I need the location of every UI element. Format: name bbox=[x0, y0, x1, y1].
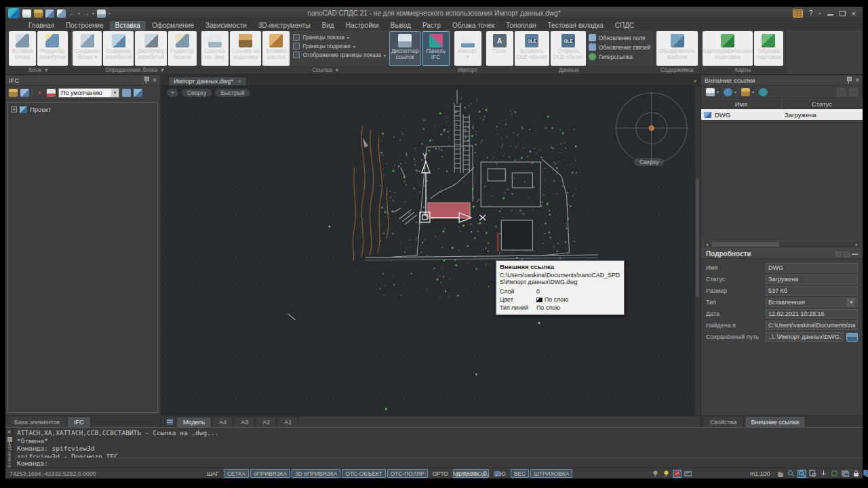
forward-dropdown-icon[interactable]: ▾ bbox=[92, 11, 94, 16]
group-dropdown-icon[interactable]: ▾ bbox=[161, 66, 163, 73]
ribbon-button-Редактор-атрибутов[interactable]: Редактор атрибутов bbox=[37, 31, 68, 66]
ribbon-button-Картографическая-подложка[interactable]: Картографическая подложка bbox=[703, 31, 753, 66]
ribbon-tab-Вывод[interactable]: Вывод bbox=[385, 21, 416, 30]
refresh-xref-icon[interactable] bbox=[724, 88, 732, 96]
compass-view-label[interactable]: Сверху bbox=[634, 158, 664, 166]
ribbon-tab-Построение[interactable]: Построение bbox=[60, 21, 109, 30]
fullscreen-icon[interactable] bbox=[863, 470, 868, 478]
status-toggle-ВЕС[interactable]: ВЕС bbox=[511, 469, 529, 478]
xref-highlight-rect[interactable] bbox=[428, 203, 470, 218]
status-toggle-ОТС-ПОЛЯР[interactable]: ОТС-ПОЛЯР bbox=[387, 469, 428, 478]
browse-folder-icon[interactable] bbox=[846, 333, 858, 342]
print-icon[interactable] bbox=[97, 9, 106, 18]
tab-list-icon[interactable]: ▾ bbox=[694, 79, 696, 84]
command-history[interactable]: ATTACH,XA,XATTACH,CCB,ССВСТАВИТЬ - Ссылк… bbox=[5, 428, 863, 458]
column-header-Имя[interactable]: Имя bbox=[701, 100, 782, 108]
download-view-icon[interactable] bbox=[819, 470, 828, 478]
expand-icon[interactable]: + bbox=[11, 106, 17, 113]
help-dropdown-icon[interactable]: ▾ bbox=[819, 11, 821, 16]
status-toggle-ШАГ[interactable]: ШАГ bbox=[203, 469, 222, 478]
xref-row[interactable]: DWGЗагружена bbox=[701, 109, 863, 120]
protractor-icon[interactable] bbox=[684, 470, 692, 478]
sheet-tab-А3[interactable]: А3 bbox=[234, 417, 255, 427]
link-update-field[interactable]: Обновление поля bbox=[589, 34, 650, 41]
sheet-tab-Модель[interactable]: Модель bbox=[176, 417, 212, 427]
panel-tab-IFC[interactable]: IFC bbox=[67, 416, 91, 427]
ribbon-button-Панель-IFC[interactable]: Панель IFC bbox=[422, 31, 450, 66]
ribbon-button-Вставить-OLE-объект[interactable]: OLEВставить OLE-объект bbox=[515, 31, 550, 66]
ribbon-tab-Вид[interactable]: Вид bbox=[317, 21, 340, 30]
pin-icon[interactable] bbox=[7, 437, 12, 441]
ribbon-tab-Растр[interactable]: Растр bbox=[417, 21, 446, 30]
minimize-button[interactable] bbox=[827, 14, 833, 16]
panel-tab-База элементов[interactable]: База элементов bbox=[7, 416, 66, 427]
close-icon[interactable]: × bbox=[153, 77, 157, 83]
sheet-tab-А2[interactable]: А2 bbox=[256, 417, 277, 427]
ribbon-button-Поле[interactable]: AПоле bbox=[486, 31, 513, 66]
ribbon-tab-Оформление[interactable]: Оформление bbox=[146, 21, 199, 30]
save-as-icon[interactable] bbox=[57, 9, 66, 18]
ribbon-button-Обозреватель-файлов[interactable]: Обозреватель файлов bbox=[656, 31, 698, 66]
status-toggle-СЕТКА[interactable]: СЕТКА bbox=[224, 469, 249, 478]
help-button[interactable]: ? bbox=[809, 9, 813, 17]
ribbon-tab-Настройки[interactable]: Настройки bbox=[340, 21, 384, 30]
scrollbar-thumb[interactable] bbox=[711, 242, 779, 247]
view-pill-Быстрый[interactable]: Быстрый bbox=[215, 89, 250, 97]
status-toggle-3D оПРИВЯЗКА[interactable]: 3D оПРИВЯЗКА bbox=[292, 469, 340, 478]
panel-tab-Свойства[interactable]: Свойства bbox=[703, 416, 744, 427]
close-icon[interactable]: × bbox=[855, 77, 859, 83]
snap-toggle-icon[interactable] bbox=[673, 470, 682, 478]
customize-toolbar-icon[interactable]: ▾ bbox=[108, 11, 111, 16]
back-dropdown-icon[interactable]: ▾ bbox=[78, 11, 80, 16]
details-header[interactable]: Подробности bbox=[701, 249, 863, 259]
restore-button[interactable] bbox=[840, 11, 846, 16]
check-clip-bounds[interactable]: Границы подрезки▾ bbox=[293, 43, 385, 49]
layers-icon[interactable] bbox=[841, 470, 850, 478]
forward-icon[interactable]: → bbox=[83, 10, 90, 17]
status-toggle-ОТС-ОБЪЕКТ[interactable]: ОТС-ОБЪЕКТ bbox=[342, 469, 385, 478]
combo-dropdown-icon[interactable]: ▼ bbox=[111, 89, 119, 97]
model-space-button[interactable]: МОДЕЛЬ bbox=[453, 470, 479, 477]
drawing-canvas[interactable]: Y +СверхуБыстрый bbox=[161, 86, 694, 415]
xref-horizontal-scrollbar[interactable]: ◄ ► bbox=[703, 241, 861, 248]
storey-combobox[interactable]: По умолчанию ▼ bbox=[58, 88, 119, 98]
ifc-tree[interactable]: + Проект bbox=[7, 102, 158, 413]
show-all-icon[interactable] bbox=[830, 470, 839, 478]
browse-dropdown-icon[interactable]: ▾ bbox=[752, 89, 754, 94]
ribbon-tab-Главная[interactable]: Главная bbox=[23, 21, 60, 30]
browse-xref-icon[interactable] bbox=[741, 88, 750, 96]
zoom-in-icon[interactable] bbox=[787, 470, 795, 478]
lamp-on-icon[interactable] bbox=[662, 470, 671, 478]
zoom-window-icon[interactable] bbox=[797, 470, 806, 478]
open-file-icon[interactable] bbox=[9, 89, 18, 97]
ribbon-button-Импорт-▾[interactable]: Импорт ▾ bbox=[454, 31, 481, 66]
column-header-Статус[interactable]: Статус bbox=[782, 100, 863, 108]
canvas-vertical-scrollbar[interactable] bbox=[694, 86, 700, 415]
ribbon-button-Обрезка-подложки[interactable]: Обрезка подложки bbox=[754, 31, 783, 66]
ribbon-button-Редактор-блоков[interactable]: Редактор блоков bbox=[168, 31, 197, 66]
status-toggle-оПРИВЯЗКА[interactable]: оПРИВЯЗКА bbox=[250, 469, 290, 478]
panel-tab-Внешние ссылки[interactable]: Внешние ссылки bbox=[745, 416, 806, 427]
scrollbar-thumb[interactable] bbox=[696, 178, 699, 297]
attach-xref-icon[interactable] bbox=[706, 88, 715, 96]
ribbon-button-Вставка-растра[interactable]: Вставка растра bbox=[262, 31, 290, 66]
tree-view-icon[interactable] bbox=[849, 88, 858, 96]
link-update-links[interactable]: Обновление связей bbox=[589, 43, 650, 51]
lock-icon[interactable] bbox=[852, 470, 861, 478]
close-button[interactable]: × bbox=[852, 10, 856, 17]
ribbon-button-Создание-атрибутов[interactable]: Создание атрибутов bbox=[103, 31, 134, 66]
refresh-dropdown-icon[interactable]: ▾ bbox=[734, 89, 736, 94]
view-pill-+[interactable]: + bbox=[167, 89, 178, 97]
tree-item-project[interactable]: + Проект bbox=[11, 106, 155, 113]
open-file-icon[interactable] bbox=[34, 9, 43, 18]
pin-icon[interactable] bbox=[144, 77, 149, 83]
ribbon-tab-Топоплан[interactable]: Топоплан bbox=[500, 21, 541, 30]
app-logo-icon[interactable] bbox=[8, 8, 20, 18]
dropdown-icon[interactable]: ▾ bbox=[353, 44, 355, 49]
ribbon-tab-3D-инструменты[interactable]: 3D-инструменты bbox=[253, 21, 316, 30]
ribbon-button-Ссылка-на-подложку[interactable]: Ссылка на подложку bbox=[230, 31, 262, 66]
ribbon-tab-Вставка[interactable]: Вставка bbox=[110, 21, 146, 30]
sheet-tab-А4[interactable]: А4 bbox=[212, 417, 233, 427]
save-file-icon[interactable] bbox=[20, 89, 29, 97]
group-dropdown-icon[interactable]: ▾ bbox=[336, 66, 338, 73]
